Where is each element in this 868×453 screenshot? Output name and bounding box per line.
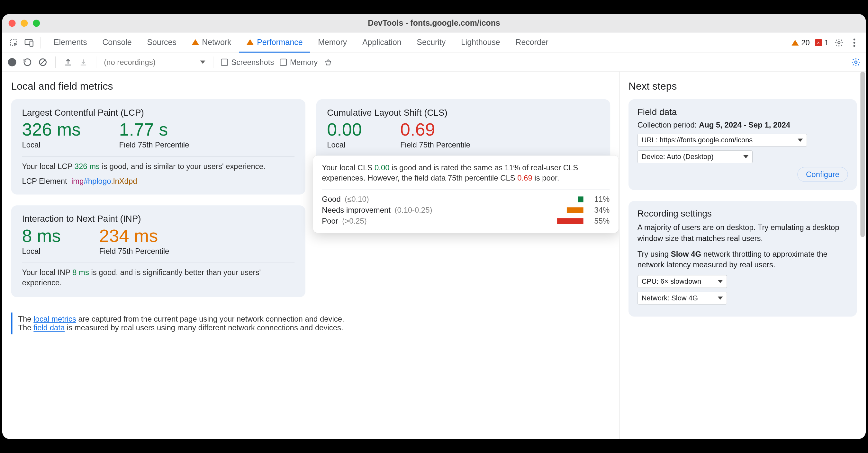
main-heading: Local and field metrics <box>11 80 611 92</box>
separator <box>40 37 41 48</box>
inp-local-label: Local <box>22 247 61 256</box>
cls-title: Cumulative Layout Shift (CLS) <box>327 108 599 118</box>
device-toolbar-icon[interactable] <box>23 36 35 49</box>
screenshots-checkbox[interactable]: Screenshots <box>221 58 274 66</box>
inp-field-value: 234 ms <box>99 226 169 246</box>
svg-point-5 <box>854 42 856 44</box>
tab-elements[interactable]: Elements <box>46 32 94 53</box>
titlebar: DevTools - fonts.google.com/icons <box>2 14 866 32</box>
lcp-local-label: Local <box>22 140 81 150</box>
tab-console[interactable]: Console <box>95 32 140 53</box>
reload-record-button[interactable] <box>23 57 32 67</box>
inp-title: Interaction to Next Paint (INP) <box>22 214 294 224</box>
cls-popover-text: Your local CLS 0.00 is good and is rated… <box>322 163 610 183</box>
tab-network[interactable]: Network <box>184 32 239 53</box>
issues-warning-badge[interactable]: 20 <box>790 37 811 47</box>
tab-performance[interactable]: Performance <box>239 32 310 53</box>
warning-triangle-icon <box>247 39 254 45</box>
network-throttle-select[interactable]: Network: Slow 4G <box>638 292 727 304</box>
cpu-throttle-select[interactable]: CPU: 6× slowdown <box>638 275 727 288</box>
recording-settings-panel: Recording settings A majority of users a… <box>628 201 857 317</box>
metrics-pane: Local and field metrics Largest Contentf… <box>2 71 620 439</box>
devtools-tabbar: ElementsConsoleSourcesNetworkPerformance… <box>2 32 866 53</box>
content-area: Local and field metrics Largest Contentf… <box>2 71 866 439</box>
warning-triangle-icon <box>192 39 199 45</box>
svg-point-6 <box>854 45 856 47</box>
download-trace-button[interactable] <box>79 57 88 67</box>
more-vert-icon[interactable] <box>848 36 861 49</box>
settings-gear-icon[interactable] <box>833 36 845 49</box>
tab-memory[interactable]: Memory <box>310 32 354 53</box>
cls-field-value: 0.69 <box>400 121 470 139</box>
inp-local-value: 8 ms <box>22 226 61 246</box>
panel-settings-gear-icon[interactable] <box>851 57 861 67</box>
collection-period: Collection period: Aug 5, 2024 - Sep 1, … <box>638 121 848 129</box>
cls-dist-row: Poor (>0.25)55% <box>322 216 610 226</box>
next-steps-pane: Next steps Field data Collection period:… <box>620 71 866 439</box>
dropdown-caret-icon <box>798 138 803 142</box>
svg-point-4 <box>854 38 856 40</box>
error-square-icon: × <box>815 39 822 46</box>
recordings-select[interactable]: (no recordings) <box>104 58 206 66</box>
device-select[interactable]: Device: Auto (Desktop) <box>638 150 752 163</box>
cls-distribution-popover: Your local CLS 0.00 is good and is rated… <box>313 156 619 233</box>
upload-trace-button[interactable] <box>63 57 73 67</box>
inspect-icon[interactable] <box>7 36 20 49</box>
lcp-description: Your local LCP 326 ms is good, and is si… <box>22 161 294 171</box>
svg-point-3 <box>838 41 840 44</box>
recording-tip-2: Try using Slow 4G network throttling to … <box>638 249 848 270</box>
inp-description: Your local INP 8 ms is good, and is sign… <box>22 267 294 288</box>
side-heading: Next steps <box>628 80 857 92</box>
recording-settings-title: Recording settings <box>638 208 848 219</box>
dropdown-caret-icon <box>743 155 748 158</box>
inp-card: Interaction to Next Paint (INP) 8 ms Loc… <box>11 205 305 297</box>
cls-local-value: 0.00 <box>327 121 362 139</box>
performance-toolbar: (no recordings) Screenshots Memory <box>2 53 866 72</box>
record-button[interactable] <box>7 57 17 67</box>
cls-dist-row: Needs improvement (0.10-0.25)34% <box>322 205 610 216</box>
field-data-title: Field data <box>638 107 848 117</box>
local-metrics-link[interactable]: local metrics <box>33 314 76 323</box>
recording-tip-1: A majority of users are on desktop. Try … <box>638 222 848 244</box>
cls-local-label: Local <box>327 140 362 150</box>
warning-count: 20 <box>801 38 810 47</box>
lcp-card: Largest Contentful Paint (LCP) 326 ms Lo… <box>11 99 305 195</box>
tab-recorder[interactable]: Recorder <box>508 32 556 53</box>
lcp-title: Largest Contentful Paint (LCP) <box>22 108 294 118</box>
lcp-element-label: LCP Element <box>22 177 67 185</box>
memory-checkbox[interactable]: Memory <box>280 58 318 66</box>
lcp-local-value: 326 ms <box>22 121 81 139</box>
cls-field-label: Field 75th Percentile <box>400 140 470 150</box>
dropdown-caret-icon <box>718 280 723 283</box>
lcp-field-label: Field 75th Percentile <box>119 140 189 150</box>
error-count: 1 <box>825 38 829 47</box>
warning-triangle-icon <box>792 39 799 45</box>
clear-button[interactable] <box>38 57 48 67</box>
metrics-info-tip: The local metrics are captured from the … <box>11 312 611 334</box>
configure-button[interactable]: Configure <box>797 167 848 182</box>
cls-dist-row: Good (≤0.10)11% <box>322 194 610 205</box>
tab-sources[interactable]: Sources <box>140 32 184 53</box>
field-data-link[interactable]: field data <box>33 323 65 332</box>
devtools-window: DevTools - fonts.google.com/icons Elemen… <box>2 14 866 439</box>
cls-card: Cumulative Layout Shift (CLS) 0.00 Local… <box>316 99 610 195</box>
tab-security[interactable]: Security <box>409 32 453 53</box>
tab-application[interactable]: Application <box>354 32 409 53</box>
field-data-panel: Field data Collection period: Aug 5, 202… <box>628 99 857 190</box>
inp-field-label: Field 75th Percentile <box>99 247 169 256</box>
tab-lighthouse[interactable]: Lighthouse <box>453 32 507 53</box>
recordings-placeholder: (no recordings) <box>104 58 156 66</box>
dropdown-caret-icon <box>200 60 206 64</box>
window-title: DevTools - fonts.google.com/icons <box>2 18 866 28</box>
garbage-collect-button[interactable] <box>323 57 333 67</box>
issues-error-badge[interactable]: × 1 <box>814 37 830 47</box>
svg-point-8 <box>855 61 857 63</box>
url-select[interactable]: URL: https://fonts.google.com/icons <box>638 134 807 147</box>
lcp-element-row[interactable]: LCP Element img#hplogo.lnXdpd <box>22 177 294 186</box>
lcp-field-value: 1.77 s <box>119 121 189 139</box>
svg-rect-2 <box>30 41 33 46</box>
dropdown-caret-icon <box>718 296 723 300</box>
